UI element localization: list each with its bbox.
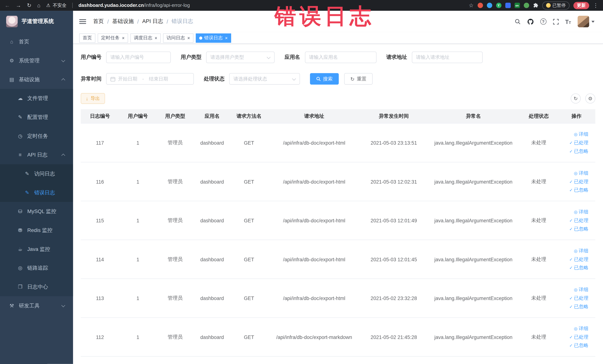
sidebar-item-api-log[interactable]: ≡API 日志 bbox=[0, 145, 73, 164]
action-detail[interactable]: ◎详细 bbox=[574, 170, 588, 176]
sidebar-item-infrastructure[interactable]: ▤基础设施 bbox=[0, 70, 73, 89]
extension-icon[interactable] bbox=[477, 3, 483, 8]
action-ignored[interactable]: ✓已忽略 bbox=[569, 342, 588, 349]
sidebar-item-home[interactable]: ⌂首页 bbox=[0, 32, 73, 51]
action-ignored[interactable]: ✓已忽略 bbox=[569, 226, 588, 232]
request-url-input[interactable] bbox=[412, 52, 483, 63]
security-label[interactable]: 不安全 bbox=[53, 2, 67, 9]
extension-icon[interactable]: Y bbox=[496, 3, 501, 8]
fullscreen-icon[interactable] bbox=[553, 19, 559, 24]
check-icon: ✓ bbox=[569, 296, 573, 300]
help-icon[interactable]: ? bbox=[540, 19, 546, 25]
url-bar[interactable]: dashboard.yudao.iocoder.cn/infra/log/api… bbox=[78, 3, 190, 8]
refresh-table-button[interactable]: ↻ bbox=[571, 94, 581, 104]
app-name-input-field[interactable] bbox=[309, 55, 372, 60]
column-settings-button[interactable]: ⚙ bbox=[585, 94, 595, 104]
date-range-picker[interactable]: 开始日期 - 结束日期 bbox=[106, 73, 194, 84]
cell-exception: java.lang.IllegalArgumentException bbox=[427, 218, 520, 223]
app-logo[interactable]: 芋道管理系统 bbox=[0, 11, 73, 32]
user-id-input[interactable] bbox=[106, 52, 171, 63]
action-processed[interactable]: ✓已处理 bbox=[569, 178, 588, 185]
sidebar-item-mysql-monitor[interactable]: ⛁MySQL 监控 bbox=[0, 202, 73, 221]
font-size-icon[interactable]: TT bbox=[565, 19, 571, 24]
sidebar-item-redis-monitor[interactable]: ⛃Redis 监控 bbox=[0, 221, 73, 240]
bookmark-star-icon[interactable]: ☆ bbox=[469, 3, 474, 8]
sidebar-item-dev-tools[interactable]: ⚒研发工具 bbox=[0, 296, 73, 315]
filter-user-type: 用户类型 请选择用户类型 bbox=[181, 52, 275, 63]
column-header: 日志编号 bbox=[81, 109, 119, 123]
action-ignored[interactable]: ✓已忽略 bbox=[569, 187, 588, 193]
search-icon[interactable] bbox=[514, 19, 521, 25]
url-domain: dashboard.yudao.iocoder.cn bbox=[78, 3, 144, 8]
sidebar-item-file-mgmt[interactable]: ☁文件管理 bbox=[0, 89, 73, 108]
user-avatar[interactable] bbox=[578, 16, 594, 27]
action-processed[interactable]: ✓已处理 bbox=[569, 217, 588, 224]
tab-schedule-log[interactable]: 调度日志× bbox=[130, 33, 161, 42]
breadcrumb-item[interactable]: API 日志 bbox=[142, 18, 163, 25]
cell-url: /api/infra/db-doc/export-html bbox=[268, 179, 361, 185]
cell-status: 未处理 bbox=[520, 334, 557, 341]
extension-on-icon[interactable]: on bbox=[514, 3, 520, 8]
tab-access-log[interactable]: 访问日志× bbox=[163, 33, 194, 42]
action-ignored[interactable]: ✓已忽略 bbox=[569, 148, 588, 154]
tab-error-log[interactable]: 错误日志× bbox=[196, 33, 231, 42]
action-processed[interactable]: ✓已处理 bbox=[569, 140, 588, 146]
check-icon: ✓ bbox=[569, 141, 573, 145]
sidebar-item-trace[interactable]: ◎链路追踪 bbox=[0, 258, 73, 277]
sidebar-item-label: 配置管理 bbox=[27, 114, 48, 120]
clock-icon: ◷ bbox=[17, 133, 23, 139]
action-detail[interactable]: ◎详细 bbox=[574, 131, 588, 137]
update-button[interactable]: 更新 bbox=[573, 2, 589, 9]
action-detail[interactable]: ◎详细 bbox=[574, 247, 588, 254]
tab-close-icon[interactable]: × bbox=[122, 35, 125, 41]
process-status-select[interactable]: 请选择处理状态 bbox=[229, 73, 300, 84]
browser-home-icon[interactable]: ⌂ bbox=[37, 3, 41, 8]
cell-url: /api/infra/db-doc/export-html bbox=[268, 295, 361, 301]
action-processed[interactable]: ✓已处理 bbox=[569, 295, 588, 301]
paused-badge[interactable]: 已暂停 bbox=[542, 1, 569, 10]
user-id-input-field[interactable] bbox=[110, 55, 166, 60]
action-detail[interactable]: ◎详细 bbox=[574, 286, 588, 293]
action-detail[interactable]: ◎详细 bbox=[574, 209, 588, 215]
back-icon[interactable]: ← bbox=[5, 3, 10, 8]
tab-close-icon[interactable]: × bbox=[155, 35, 157, 41]
app-title: 芋道管理系统 bbox=[22, 18, 54, 25]
extensions-puzzle-icon[interactable] bbox=[533, 3, 538, 8]
menu-dots-icon[interactable]: ⋮ bbox=[593, 3, 598, 8]
user-type-select[interactable]: 请选择用户类型 bbox=[206, 52, 275, 63]
action-ignored[interactable]: ✓已忽略 bbox=[569, 303, 588, 310]
action-detail[interactable]: ◎详细 bbox=[574, 325, 588, 332]
reset-button[interactable]: ↻ 重置 bbox=[344, 73, 372, 84]
search-button[interactable]: 搜索 bbox=[310, 73, 339, 84]
app-name-input[interactable] bbox=[305, 52, 376, 63]
tools-icon: ⚒ bbox=[9, 303, 15, 309]
hamburger-icon[interactable] bbox=[79, 19, 86, 24]
export-button[interactable]: ↓ 导出 bbox=[81, 93, 105, 104]
extension-icon[interactable] bbox=[487, 3, 492, 8]
extension-icon[interactable] bbox=[524, 3, 529, 8]
reload-icon[interactable]: ↻ bbox=[27, 3, 31, 8]
tab-scheduled-task[interactable]: 定时任务× bbox=[98, 33, 128, 42]
github-icon[interactable] bbox=[527, 18, 534, 25]
sidebar-item-scheduled-tasks[interactable]: ◷定时任务 bbox=[0, 127, 73, 146]
forward-icon[interactable]: → bbox=[16, 3, 21, 8]
action-processed[interactable]: ✓已处理 bbox=[569, 334, 588, 340]
tab-close-icon[interactable]: × bbox=[187, 35, 190, 41]
sidebar-item-config-mgmt[interactable]: ✎配置管理 bbox=[0, 108, 73, 127]
cell-exception: java.lang.IllegalArgumentException bbox=[427, 257, 520, 262]
cell-exception: java.lang.IllegalArgumentException bbox=[427, 179, 520, 185]
action-ignored[interactable]: ✓已忽略 bbox=[569, 264, 588, 271]
sidebar-item-error-log[interactable]: ✎错误日志 bbox=[0, 183, 73, 202]
sidebar-item-system-mgmt[interactable]: ⚙系统管理 bbox=[0, 51, 73, 70]
request-url-input-field[interactable] bbox=[416, 55, 478, 60]
breadcrumb-item[interactable]: 基础设施 bbox=[112, 18, 134, 25]
cell-url: /api/infra/db-doc/export-html bbox=[268, 257, 361, 262]
breadcrumb-item[interactable]: 首页 bbox=[93, 18, 104, 25]
tab-home[interactable]: 首页 bbox=[79, 33, 95, 42]
sidebar-item-access-log[interactable]: ✎访问日志 bbox=[0, 164, 73, 183]
sidebar-item-log-center[interactable]: ❐日志中心 bbox=[0, 277, 73, 296]
tab-close-icon[interactable]: × bbox=[225, 35, 228, 41]
sidebar-item-java-monitor[interactable]: ☕Java 监控 bbox=[0, 240, 73, 258]
action-processed[interactable]: ✓已处理 bbox=[569, 256, 588, 263]
extension-icon[interactable] bbox=[505, 3, 510, 8]
